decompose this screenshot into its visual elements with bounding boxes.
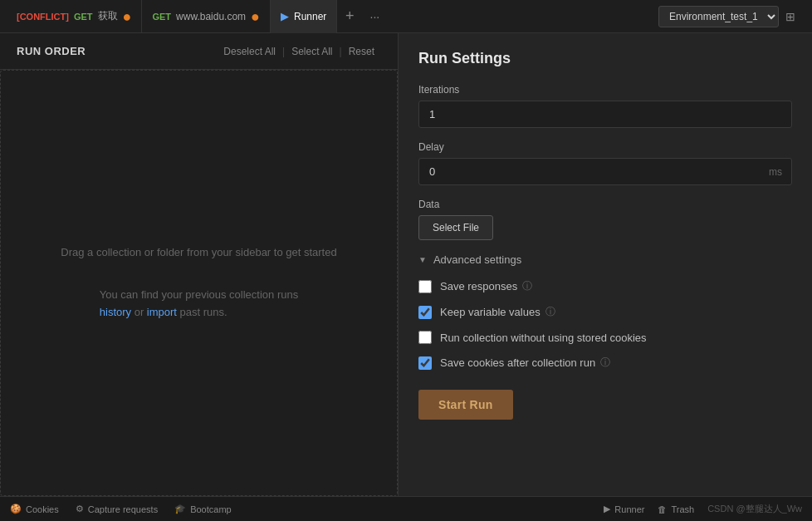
reset-button[interactable]: Reset (342, 46, 381, 57)
keep-variables-info-icon[interactable]: ⓘ (545, 305, 555, 319)
delay-unit: ms (769, 166, 782, 178)
save-responses-info-icon[interactable]: ⓘ (522, 279, 532, 293)
advanced-settings-label: Advanced settings (433, 253, 521, 266)
deselect-all-button[interactable]: Deselect All (217, 46, 282, 57)
run-order-title: RUN ORDER (17, 45, 200, 57)
environment-select[interactable]: Environment_test_1 (658, 6, 779, 27)
runner-tab-label: Runner (294, 11, 326, 22)
dot-conflict: ● (123, 9, 132, 24)
iterations-input[interactable] (418, 101, 792, 128)
select-all-button[interactable]: Select All (285, 46, 339, 57)
runner-play-icon: ▶ (281, 10, 289, 22)
history-prefix: You can find your previous collection ru… (100, 288, 298, 301)
save-cookies-info-icon[interactable]: ⓘ (600, 356, 610, 370)
url-label-conflict: 获取 (98, 9, 118, 23)
dot-baidu: ● (251, 9, 260, 24)
runner-status-item[interactable]: ▶ Runner (604, 504, 644, 514)
run-order-header: RUN ORDER Deselect All | Select All | Re… (0, 33, 398, 70)
checkbox-run-without-cookies: Run collection without using stored cook… (418, 331, 792, 344)
trash-label: Trash (671, 504, 694, 514)
trash-icon: 🗑 (658, 504, 667, 514)
tab-bar: [CONFLICT] GET 获取 ● GET www.baidu.com ● … (0, 0, 812, 33)
tab-baidu[interactable]: GET www.baidu.com ● (142, 0, 271, 33)
status-bar-right: ▶ Runner 🗑 Trash CSDN @整腿达人_Ww (604, 503, 802, 515)
url-label-baidu: www.baidu.com (176, 11, 246, 22)
status-bar: 🍪 Cookies ⚙ Capture requests 🎓 Bootcamp … (0, 496, 812, 521)
iterations-label: Iterations (418, 84, 792, 96)
right-panel: Run Settings Iterations Delay ms Data Se… (399, 33, 812, 496)
run-order-actions: Deselect All | Select All | Reset (217, 46, 381, 57)
history-link[interactable]: history (100, 306, 131, 318)
cookies-label: Cookies (26, 504, 59, 514)
run-without-cookies-label: Run collection without using stored cook… (440, 332, 647, 344)
conflict-label: [CONFLICT] (17, 12, 69, 22)
keep-variables-label: Keep variable values ⓘ (440, 305, 555, 319)
bootcamp-label: Bootcamp (190, 504, 232, 514)
checkbox-save-cookies: Save cookies after collection run ⓘ (418, 356, 792, 370)
method-label-conflict: GET (74, 12, 93, 22)
data-label: Data (418, 199, 792, 210)
runner-status-label: Runner (614, 504, 644, 514)
save-cookies-label: Save cookies after collection run ⓘ (440, 356, 610, 370)
runner-status-icon: ▶ (604, 504, 610, 514)
delay-wrapper: ms (418, 158, 792, 185)
main-layout: RUN ORDER Deselect All | Select All | Re… (0, 33, 812, 496)
data-group: Data Select File (418, 199, 792, 240)
trash-status-item[interactable]: 🗑 Trash (658, 504, 694, 514)
watermark-text: CSDN @整腿达人_Ww (707, 503, 802, 515)
delay-group: Delay ms (418, 141, 792, 185)
select-file-button[interactable]: Select File (418, 215, 493, 240)
checkbox-keep-variables: Keep variable values ⓘ (418, 305, 792, 319)
save-responses-checkbox[interactable] (418, 280, 432, 293)
run-without-cookies-checkbox[interactable] (418, 331, 432, 344)
env-selector-area: Environment_test_1 ⊞ (648, 6, 805, 27)
drop-area: Drag a collection or folder from your si… (0, 70, 398, 496)
method-label-baidu: GET (152, 12, 171, 22)
delay-label: Delay (418, 141, 792, 153)
delay-input[interactable] (418, 158, 792, 185)
more-tabs-button[interactable]: ··· (362, 0, 387, 33)
bootcamp-icon: 🎓 (174, 504, 186, 514)
env-settings-icon[interactable]: ⊞ (785, 10, 795, 23)
drop-main-text: Drag a collection or folder from your si… (61, 244, 336, 262)
iterations-group: Iterations (418, 84, 792, 128)
chevron-down-icon: ▼ (418, 255, 427, 264)
capture-icon: ⚙ (76, 504, 84, 514)
history-or: or (135, 306, 147, 318)
start-run-button[interactable]: Start Run (418, 390, 513, 420)
advanced-settings-toggle[interactable]: ▼ Advanced settings (418, 253, 792, 266)
checkbox-save-responses: Save responses ⓘ (418, 279, 792, 293)
keep-variable-values-checkbox[interactable] (418, 306, 432, 319)
tab-runner[interactable]: ▶ Runner (271, 0, 337, 33)
run-settings-title: Run Settings (418, 50, 792, 67)
import-link[interactable]: import (147, 306, 177, 318)
capture-label: Capture requests (88, 504, 158, 514)
left-panel: RUN ORDER Deselect All | Select All | Re… (0, 33, 399, 496)
capture-status-item[interactable]: ⚙ Capture requests (76, 504, 158, 514)
save-responses-label: Save responses ⓘ (440, 279, 532, 293)
save-cookies-checkbox[interactable] (418, 356, 432, 370)
history-text: You can find your previous collection ru… (100, 287, 298, 322)
tab-conflict[interactable]: [CONFLICT] GET 获取 ● (7, 0, 142, 33)
bootcamp-status-item[interactable]: 🎓 Bootcamp (174, 504, 232, 514)
cookies-icon: 🍪 (10, 504, 22, 514)
cookies-status-item[interactable]: 🍪 Cookies (10, 504, 59, 514)
history-suffix-text: past runs. (180, 306, 227, 318)
add-tab-button[interactable]: + (337, 0, 362, 33)
